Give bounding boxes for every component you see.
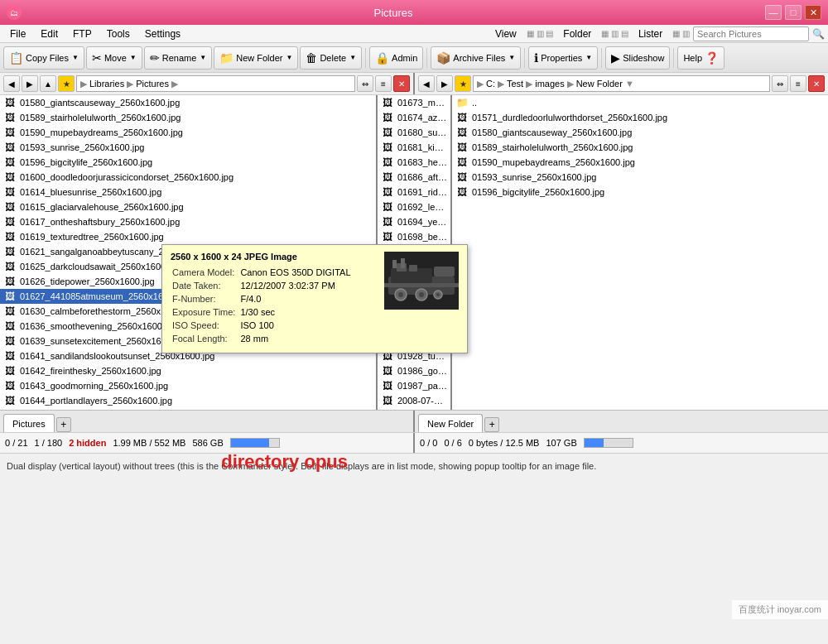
list-item[interactable]: 🖼01681_kimme... — [378, 140, 450, 155]
left-lock-icon[interactable]: ⇔ — [357, 75, 373, 92]
list-item[interactable]: 🖼01615_glaciarvalehouse_2560x1600.jpg — [0, 199, 376, 214]
left-nav-back[interactable]: ◀ — [3, 75, 20, 92]
list-item[interactable]: 🖼01987_parisby... — [378, 378, 450, 393]
list-item[interactable]: 🖼01590_mupebaydreams_2560x1600.jpg — [0, 125, 376, 140]
list-item[interactable]: 🖼01674_azoresl... — [378, 110, 450, 125]
close-button[interactable]: ✕ — [805, 5, 821, 20]
menu-edit[interactable]: Edit — [34, 26, 65, 41]
menu-tools[interactable]: Tools — [100, 26, 137, 41]
menu-settings[interactable]: Settings — [138, 26, 187, 41]
right-nav-favorite[interactable]: ★ — [455, 75, 471, 92]
file-icon: 🖼 — [3, 141, 17, 154]
right-tab-add[interactable]: + — [484, 417, 499, 432]
folder-new-icon: 📁 — [219, 51, 233, 65]
search-input[interactable] — [693, 26, 809, 41]
list-item[interactable]: 🖼01590_mupebaydreams_2560x1600.jpg — [452, 155, 828, 170]
admin-button[interactable]: 🔒 Admin — [369, 46, 423, 70]
left-close-btn[interactable]: ✕ — [393, 75, 410, 92]
file-tooltip: 2560 x 1600 x 24 JPEG Image Camera Model… — [161, 244, 468, 353]
list-item[interactable]: 🖼01580_giantscauseway_2560x1600.jpg — [452, 125, 828, 140]
list-item[interactable]: 🖼01571_durdledoorlulworthdorset_2560x160… — [452, 110, 828, 125]
left-tab-pictures[interactable]: Pictures — [3, 414, 55, 432]
file-icon: 🖼 — [455, 126, 469, 139]
left-tab-add[interactable]: + — [56, 417, 71, 432]
dual-nav-wrapper: ◀ ▶ ▲ ★ ▶ Libraries ▶ Pictures ▶ ⇔ ≡ ✕ ◀… — [0, 73, 828, 95]
toolbar-separator-4 — [601, 48, 602, 68]
list-item[interactable]: 🖼01589_stairholelulworth_2560x1600.jpg — [0, 110, 376, 125]
menu-lister[interactable]: Lister — [632, 26, 669, 41]
right-nav-back[interactable]: ◀ — [418, 75, 435, 92]
list-item[interactable]: 🖼01642_fireinthesky_2560x1600.jpg — [0, 363, 376, 378]
left-nav-forward[interactable]: ▶ — [22, 75, 38, 92]
list-item[interactable]: 🖼01644_portlandlayers_2560x1600.jpg — [0, 393, 376, 408]
left-drive-progress — [230, 438, 280, 448]
minimize-button[interactable]: — — [765, 5, 782, 20]
svg-point-10 — [436, 293, 440, 296]
properties-button[interactable]: ℹ Properties ▼ — [528, 46, 598, 70]
list-item[interactable]: 🖼01655_parisscrpart_2560x1600.jpg — [0, 408, 376, 410]
tooltip-thumbnail — [384, 252, 459, 310]
bottom-info-bar: Dual display (vertical layout) without t… — [0, 453, 828, 478]
list-item[interactable]: 🖼01686_afterno... — [378, 170, 450, 185]
left-nav-up[interactable]: ▲ — [40, 75, 56, 92]
list-item[interactable]: 🖼01643_goodmorning_2560x1600.jpg — [0, 378, 376, 393]
list-item[interactable]: 🖼01614_bluesunrise_2560x1600.jpg — [0, 185, 376, 199]
right-nav-forward[interactable]: ▶ — [436, 75, 453, 92]
new-folder-button[interactable]: 📁 New Folder ▼ — [214, 46, 298, 70]
list-item[interactable]: 🖼01986_golden... — [378, 363, 450, 378]
file-icon: 🖼 — [381, 156, 394, 169]
list-item[interactable]: 🖼01673_meerka... — [378, 95, 450, 110]
maximize-button[interactable]: □ — [785, 5, 802, 20]
left-path-bar[interactable]: ▶ Libraries ▶ Pictures ▶ — [76, 75, 355, 92]
svg-rect-4 — [409, 265, 417, 272]
search-icon[interactable]: 🔍 — [812, 28, 825, 40]
menu-ftp[interactable]: FTP — [66, 26, 99, 41]
right-tab-newfolder[interactable]: New Folder — [418, 414, 483, 432]
list-item[interactable]: 🖼01596_bigcitylife_2560x1600.jpg — [0, 155, 376, 170]
list-item[interactable]: 📁.. — [452, 95, 828, 110]
list-item[interactable]: 🖼01580_giantscauseway_2560x1600.jpg — [0, 95, 376, 110]
delete-button[interactable]: 🗑 Delete ▼ — [300, 46, 362, 70]
menu-folder[interactable]: Folder — [556, 26, 598, 41]
move-button[interactable]: ✂ Move ▼ — [86, 46, 142, 70]
list-item[interactable]: 🖼01692_leaftop... — [378, 199, 450, 214]
left-nav-arrow: ▶ — [80, 79, 87, 89]
left-nav-sync[interactable]: ≡ — [375, 75, 392, 92]
archive-files-button[interactable]: 📦 Archive Files ▼ — [431, 46, 521, 70]
list-item[interactable]: 🖼01619_texturedtree_2560x1600.jpg — [0, 229, 376, 244]
list-item[interactable]: 🖼01683_heclais... — [378, 155, 450, 170]
list-item[interactable]: 🖼01698_betwee... — [378, 229, 450, 244]
right-lock-icon[interactable]: ⇔ — [772, 75, 788, 92]
list-item[interactable]: 🖼01593_sunrise_2560x1600.jpg — [0, 140, 376, 155]
list-item[interactable]: 🖼01589_stairholelulworth_2560x1600.jpg — [452, 140, 828, 155]
left-nav-favorite[interactable]: ★ — [58, 75, 75, 92]
right-status-bar: 0 / 0 0 / 6 0 bytes / 12.5 MB 107 GB — [415, 433, 828, 453]
slideshow-button[interactable]: ▶ Slideshow — [605, 46, 670, 70]
right-nav-sync[interactable]: ≡ — [790, 75, 806, 92]
list-item[interactable]: 🖼01691_ridingt... — [378, 185, 450, 199]
right-close-btn[interactable]: ✕ — [808, 75, 825, 92]
right-selected-count: 0 / 0 — [420, 438, 437, 448]
list-item[interactable]: 🖼02028_abovetl... — [378, 408, 450, 410]
baidu-watermark: 百度统计 inoyar.com — [732, 600, 828, 619]
svg-rect-12 — [434, 267, 455, 276]
list-item[interactable]: 🖼01680_sunsets... — [378, 125, 450, 140]
list-item[interactable]: 🖼01600_doodledoorjurassicicondorset_2560… — [0, 170, 376, 185]
list-item[interactable]: 🖼01593_sunrise_2560x1600.jpg — [452, 170, 828, 185]
file-icon: 🖼 — [381, 379, 394, 392]
right-drive-progress — [584, 438, 633, 448]
help-button[interactable]: Help ❓ — [677, 46, 724, 70]
list-item[interactable]: 🖼01596_bigcitylife_2560x1600.jpg — [452, 185, 828, 199]
right-path-bar[interactable]: ▶ C: ▶ Test ▶ images ▶ New Folder ▼ — [473, 75, 770, 92]
toolbar: 📋 Copy Files ▼ ✂ Move ▼ ✏ Rename ▼ 📁 New… — [0, 43, 828, 73]
file-icon: 🖼 — [381, 111, 394, 124]
list-item[interactable]: 🖼01694_yellowr... — [378, 214, 450, 229]
copy-files-button[interactable]: 📋 Copy Files ▼ — [3, 46, 84, 70]
list-item[interactable]: 🖼01617_ontheshaftsbury_2560x1600.jpg — [0, 214, 376, 229]
toolbar-separator-3 — [524, 48, 525, 68]
list-item[interactable]: 🖼2008-07-22_19... — [378, 393, 450, 408]
archive-icon: 📦 — [436, 51, 450, 65]
menu-file[interactable]: File — [3, 26, 32, 41]
menu-view[interactable]: View — [489, 26, 523, 41]
rename-button[interactable]: ✏ Rename ▼ — [144, 46, 213, 70]
